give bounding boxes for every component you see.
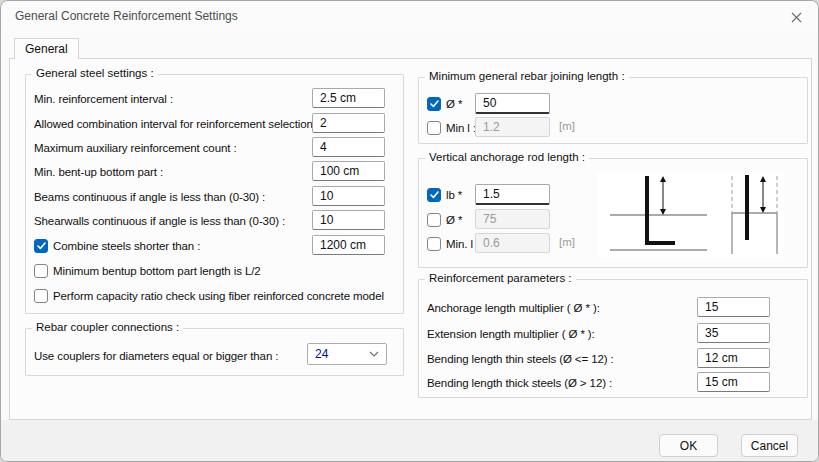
tab-general[interactable]: General xyxy=(14,38,79,59)
anchorage-min-length-input xyxy=(475,233,550,253)
checkbox-label: Min l : xyxy=(446,122,476,134)
field-label: Maximum auxiliary reinforcement count : xyxy=(34,142,237,154)
min-bentup-l2-checkbox[interactable] xyxy=(34,264,48,278)
field-row: Bending length thick steels (Ø > 12) : xyxy=(427,372,799,393)
checkbox-row: Perform capacity ratio check using fiber… xyxy=(34,285,395,306)
lb-multiplier-input[interactable] xyxy=(475,184,550,205)
combination-interval-input[interactable] xyxy=(312,113,385,133)
field-row: Extension length multiplier ( Ø * ): xyxy=(427,323,799,344)
field-label: Bending length thin steels (Ø <= 12) : xyxy=(427,353,614,365)
title-bar: General Concrete Reinforcement Settings xyxy=(1,1,818,32)
field-label: Shearwalls continuous if angle is less t… xyxy=(34,215,285,227)
checkbox-field-row: Ø * xyxy=(427,93,799,114)
group-min-rebar-joining-length: Minimum general rebar joining length : Ø… xyxy=(418,77,808,144)
dropdown-value: 24 xyxy=(308,347,369,361)
cancel-button[interactable]: Cancel xyxy=(741,434,798,457)
field-label: Allowed combination interval for reinfor… xyxy=(34,118,319,130)
coupler-diameter-dropdown[interactable]: 24 xyxy=(307,343,387,365)
checkbox-label: lb * xyxy=(446,189,462,201)
min-bentup-bottom-part-input[interactable] xyxy=(312,161,385,181)
shearwalls-continuous-angle-input[interactable] xyxy=(312,210,385,230)
check-icon xyxy=(37,242,46,250)
unit-label: [m] xyxy=(559,236,575,248)
combine-steels-row: Combine steels shorter than : xyxy=(34,235,395,256)
field-row: Shearwalls continuous if angle is less t… xyxy=(34,210,395,231)
lb-multiplier-checkbox[interactable] xyxy=(427,188,441,202)
field-row: Beams continuous if angle is less than (… xyxy=(34,186,395,207)
anchorage-diameter-checkbox[interactable] xyxy=(427,213,441,227)
group-title: General steel settings : xyxy=(32,67,158,79)
ok-button[interactable]: OK xyxy=(659,434,718,457)
group-general-steel-settings: General steel settings : Min. reinforcem… xyxy=(25,74,404,314)
field-row: Min. bent-up bottom part : xyxy=(34,161,395,182)
group-title: Vertical anchorage rod length : xyxy=(425,151,589,163)
group-title: Minimum general rebar joining length : xyxy=(425,70,629,82)
close-button[interactable] xyxy=(786,7,806,27)
beams-continuous-angle-input[interactable] xyxy=(312,186,385,206)
group-title: Rebar coupler connections : xyxy=(32,321,183,333)
dialog-general-concrete-reinforcement-settings: General Concrete Reinforcement Settings … xyxy=(0,0,819,462)
tab-label: General xyxy=(25,42,68,56)
anchorage-diameter-input xyxy=(475,209,550,229)
field-label: Min. reinforcement interval : xyxy=(34,93,173,105)
diameter-multiplier-checkbox[interactable] xyxy=(427,97,441,111)
anchorage-min-length-checkbox[interactable] xyxy=(427,237,441,251)
field-label: Anchorage length multiplier ( Ø * ): xyxy=(427,302,600,314)
close-icon xyxy=(791,12,802,23)
checkbox-label: Ø * xyxy=(446,98,462,110)
field-label: Beams continuous if angle is less than (… xyxy=(34,191,265,203)
diameter-multiplier-input[interactable] xyxy=(475,93,550,114)
field-row: Anchorage length multiplier ( Ø * ): xyxy=(427,297,799,318)
min-reinforcement-interval-input[interactable] xyxy=(312,88,385,108)
field-label: Use couplers for diameters equal or bigg… xyxy=(34,350,278,362)
combine-steels-checkbox[interactable] xyxy=(34,239,48,253)
field-row: Bending length thin steels (Ø <= 12) : xyxy=(427,348,799,369)
check-icon xyxy=(430,191,439,199)
check-icon xyxy=(430,100,439,108)
group-reinforcement-parameters: Reinforcement parameters : Anchorage len… xyxy=(418,279,808,398)
checkbox-row: Minimum bentup bottom part length is L/2 xyxy=(34,260,395,281)
checkbox-field-row: Min l : [m] xyxy=(427,117,799,138)
min-length-input xyxy=(475,117,550,137)
bending-length-thin-steels-input[interactable] xyxy=(697,348,770,368)
field-row: Allowed combination interval for reinfor… xyxy=(34,113,395,134)
min-length-checkbox[interactable] xyxy=(427,121,441,135)
window-title: General Concrete Reinforcement Settings xyxy=(15,9,238,23)
checkbox-label: Minimum bentup bottom part length is L/2 xyxy=(53,265,261,277)
fiber-capacity-check-checkbox[interactable] xyxy=(34,289,48,303)
checkbox-label: Perform capacity ratio check using fiber… xyxy=(53,290,384,302)
group-vertical-anchorage-rod-length: Vertical anchorage rod length : lb * Ø *… xyxy=(418,158,808,268)
checkbox-label: Ø * xyxy=(446,214,462,226)
anchorage-length-multiplier-input[interactable] xyxy=(697,297,770,317)
field-label: Extension length multiplier ( Ø * ): xyxy=(427,328,595,340)
footer-bar: OK Cancel xyxy=(1,420,818,461)
field-label: Min. bent-up bottom part : xyxy=(34,166,163,178)
combine-steels-length-input[interactable] xyxy=(312,235,385,255)
group-title: Reinforcement parameters : xyxy=(425,272,576,284)
anchorage-length-diagram xyxy=(597,172,784,257)
field-label: Bending length thick steels (Ø > 12) : xyxy=(427,377,612,389)
extension-length-multiplier-input[interactable] xyxy=(697,323,770,343)
checkbox-label: Combine steels shorter than : xyxy=(53,240,200,252)
field-row: Min. reinforcement interval : xyxy=(34,88,395,109)
field-row: Maximum auxiliary reinforcement count : xyxy=(34,137,395,158)
chevron-down-icon xyxy=(369,351,386,357)
bending-length-thick-steels-input[interactable] xyxy=(697,372,770,392)
max-auxiliary-count-input[interactable] xyxy=(312,137,385,157)
group-rebar-coupler-connections: Rebar coupler connections : Use couplers… xyxy=(25,328,404,376)
unit-label: [m] xyxy=(559,120,575,132)
field-row: Use couplers for diameters equal or bigg… xyxy=(34,345,395,366)
